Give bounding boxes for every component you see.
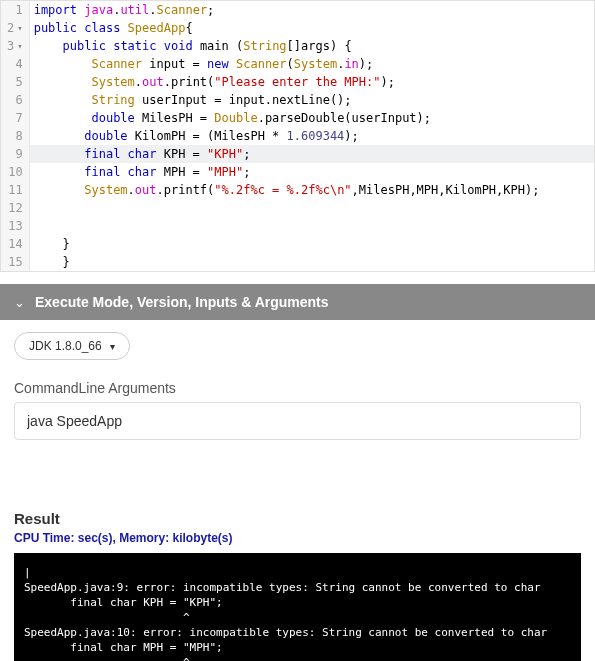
fold-icon[interactable]: ▾ [17,19,22,37]
line-number: 4 [7,55,23,73]
line-number: 3▾ [7,37,23,55]
code-line[interactable]: import java.util.Scanner; [34,1,590,19]
code-line[interactable]: double KilomPH = (MilesPH * 1.609344); [34,127,590,145]
code-line[interactable]: Scanner input = new Scanner(System.in); [34,55,590,73]
result-block: Result CPU Time: sec(s), Memory: kilobyt… [0,510,595,661]
line-gutter: 12▾3▾456789101112131415 [1,1,30,271]
section-title: Execute Mode, Version, Inputs & Argument… [35,294,329,310]
controls-panel: JDK 1.8.0_66 ▾ [0,320,595,370]
code-line[interactable]: System.out.print("Please enter the MPH:"… [34,73,590,91]
line-number: 10 [7,163,23,181]
jdk-version-select[interactable]: JDK 1.8.0_66 ▾ [14,332,130,360]
line-number: 11 [7,181,23,199]
code-line[interactable]: final char KPH = "KPH"; [30,145,594,163]
code-line[interactable] [34,199,590,217]
code-line[interactable]: System.out.printf("%.2f%c = %.2f%c\n",Mi… [34,181,590,199]
code-line[interactable]: public static void main (String[]args) { [34,37,590,55]
line-number: 14 [7,235,23,253]
result-title: Result [14,510,595,527]
line-number: 13 [7,217,23,235]
line-number: 9 [7,145,23,163]
fold-icon[interactable]: ▾ [17,37,22,55]
code-line[interactable]: double MilesPH = Double.parseDouble(user… [34,109,590,127]
line-number: 1 [7,1,23,19]
line-number: 7 [7,109,23,127]
code-line[interactable]: String userInput = input.nextLine(); [34,91,590,109]
execute-section-header[interactable]: ⌄ Execute Mode, Version, Inputs & Argume… [0,284,595,320]
commandline-label: CommandLine Arguments [14,380,595,396]
line-number: 6 [7,91,23,109]
jdk-version-label: JDK 1.8.0_66 [29,339,102,353]
chevron-down-icon: ⌄ [14,295,25,310]
code-line[interactable]: } [34,235,590,253]
line-number: 5 [7,73,23,91]
code-line[interactable] [34,217,590,235]
code-area[interactable]: import java.util.Scanner;public class Sp… [30,1,594,271]
commandline-input[interactable] [14,402,581,440]
chevron-down-icon: ▾ [110,341,115,352]
terminal-output[interactable]: | SpeedApp.java:9: error: incompatible t… [14,553,581,661]
code-line[interactable]: public class SpeedApp{ [34,19,590,37]
code-editor[interactable]: 12▾3▾456789101112131415 import java.util… [0,0,595,272]
line-number: 2▾ [7,19,23,37]
line-number: 12 [7,199,23,217]
line-number: 15 [7,253,23,271]
code-line[interactable]: final char MPH = "MPH"; [34,163,590,181]
line-number: 8 [7,127,23,145]
code-line[interactable]: } [34,253,590,271]
cpu-memory-stats: CPU Time: sec(s), Memory: kilobyte(s) [14,531,595,545]
